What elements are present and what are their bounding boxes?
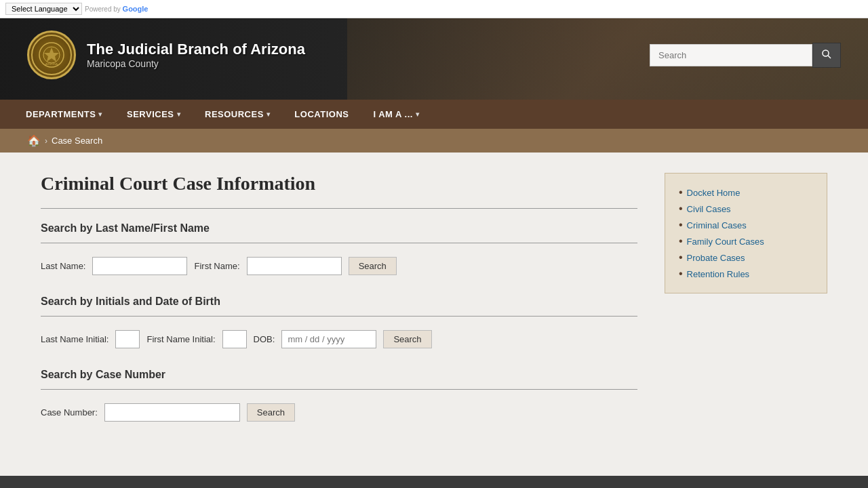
- docket-home-link[interactable]: Docket Home: [687, 188, 741, 198]
- powered-by-text: Powered by Google: [85, 5, 148, 13]
- sidebar-item-docket-home[interactable]: Docket Home: [679, 184, 813, 201]
- section-title-case: Search by Case Number: [41, 369, 637, 381]
- org-logo: ARIZONA: [27, 30, 76, 79]
- section1-divider: [41, 243, 637, 243]
- search-section-case: Search by Case Number Case Number: Searc…: [41, 369, 637, 422]
- nav-link-i-am-a[interactable]: I AM A ... ▾: [361, 100, 431, 129]
- nav-link-resources[interactable]: RESOURCES ▾: [193, 100, 282, 129]
- nav-link-departments[interactable]: DEPARTMENTS ▾: [14, 100, 115, 129]
- google-logo: Google: [123, 5, 149, 13]
- first-name-input[interactable]: [247, 257, 342, 275]
- header-search-button[interactable]: [812, 43, 841, 68]
- svg-text:ARIZONA: ARIZONA: [45, 62, 58, 66]
- first-initial-label: First Name Initial:: [146, 334, 215, 344]
- sidebar-item-retention[interactable]: Retention Rules: [679, 266, 813, 282]
- home-icon: 🏠: [27, 135, 41, 146]
- section3-divider: [41, 389, 637, 390]
- language-select[interactable]: Select Language: [5, 3, 82, 15]
- sidebar-item-criminal-cases[interactable]: Criminal Cases: [679, 217, 813, 233]
- last-name-label: Last Name:: [41, 261, 85, 271]
- site-header: ARIZONA The Judicial Branch of Arizona M…: [0, 18, 868, 100]
- breadcrumb-separator: ›: [45, 136, 47, 146]
- breadcrumb-home-link[interactable]: 🏠: [27, 134, 41, 147]
- last-initial-input[interactable]: [115, 330, 140, 348]
- header-search: [650, 43, 841, 68]
- page-title: Criminal Court Case Information: [41, 173, 637, 195]
- nav-item-departments[interactable]: DEPARTMENTS ▾: [14, 100, 115, 129]
- header-title-block: The Judicial Branch of Arizona Maricopa …: [87, 41, 305, 69]
- civil-cases-link[interactable]: Civil Cases: [687, 204, 731, 214]
- initials-search-row: Last Name Initial: First Name Initial: D…: [41, 330, 637, 348]
- search-section-initials: Search by Initials and Date of Birth Las…: [41, 296, 637, 348]
- services-arrow: ▾: [177, 110, 181, 118]
- nav-link-services[interactable]: SERVICES ▾: [115, 100, 193, 129]
- retention-rules-link[interactable]: Retention Rules: [687, 269, 750, 279]
- svg-line-4: [828, 56, 831, 58]
- case-number-input[interactable]: [104, 403, 240, 422]
- nav-item-resources[interactable]: RESOURCES ▾: [193, 100, 282, 129]
- header-branding: ARIZONA The Judicial Branch of Arizona M…: [27, 30, 305, 79]
- family-court-link[interactable]: Family Court Cases: [687, 237, 764, 247]
- i-am-a-arrow: ▾: [416, 110, 420, 118]
- main-nav: DEPARTMENTS ▾ SERVICES ▾ RESOURCES ▾ LOC…: [0, 100, 868, 129]
- resources-arrow: ▾: [267, 110, 271, 118]
- svg-point-3: [823, 50, 829, 56]
- content-left: Criminal Court Case Information Search b…: [41, 173, 637, 442]
- nav-link-locations[interactable]: LOCATIONS: [282, 100, 361, 129]
- sidebar: Docket Home Civil Cases Criminal Cases F…: [665, 173, 827, 293]
- breadcrumb-current-page: Case Search: [52, 136, 102, 146]
- sidebar-link-list: Docket Home Civil Cases Criminal Cases F…: [679, 184, 813, 282]
- criminal-cases-link[interactable]: Criminal Cases: [687, 220, 747, 230]
- nav-item-locations[interactable]: LOCATIONS: [282, 100, 361, 129]
- section-title-name: Search by Last Name/First Name: [41, 222, 637, 235]
- nav-item-services[interactable]: SERVICES ▾: [115, 100, 193, 129]
- initials-search-button[interactable]: Search: [383, 330, 431, 348]
- first-initial-input[interactable]: [222, 330, 247, 348]
- breadcrumb: 🏠 › Case Search: [0, 129, 868, 152]
- header-search-input[interactable]: [650, 44, 812, 66]
- translate-bar: Select Language Powered by Google: [0, 0, 868, 18]
- last-initial-label: Last Name Initial:: [41, 334, 108, 344]
- nav-item-i-am-a[interactable]: I AM A ... ▾: [361, 100, 431, 129]
- case-search-button[interactable]: Search: [247, 403, 295, 422]
- sidebar-item-civil-cases[interactable]: Civil Cases: [679, 201, 813, 217]
- case-number-label: Case Number:: [41, 407, 98, 418]
- departments-arrow: ▾: [98, 110, 102, 118]
- sidebar-item-probate[interactable]: Probate Cases: [679, 249, 813, 266]
- org-subtitle: Maricopa County: [87, 58, 305, 69]
- title-divider: [41, 208, 637, 209]
- probate-cases-link[interactable]: Probate Cases: [687, 253, 745, 263]
- section2-divider: [41, 316, 637, 317]
- first-name-label: First Name:: [194, 261, 239, 271]
- last-name-input[interactable]: [92, 257, 187, 275]
- org-name: The Judicial Branch of Arizona: [87, 41, 305, 58]
- sidebar-item-family-court[interactable]: Family Court Cases: [679, 233, 813, 249]
- name-search-button[interactable]: Search: [349, 257, 397, 275]
- search-section-name: Search by Last Name/First Name Last Name…: [41, 222, 637, 275]
- dob-input[interactable]: [281, 330, 376, 348]
- sidebar-box: Docket Home Civil Cases Criminal Cases F…: [665, 173, 827, 293]
- name-search-row: Last Name: First Name: Search: [41, 257, 637, 275]
- section-title-initials: Search by Initials and Date of Birth: [41, 296, 637, 308]
- main-content: Criminal Court Case Information Search b…: [14, 152, 854, 462]
- case-search-row: Case Number: Search: [41, 403, 637, 422]
- site-footer: Contact Information Connect with the Cou…: [0, 476, 868, 488]
- dob-label: DOB:: [254, 334, 275, 344]
